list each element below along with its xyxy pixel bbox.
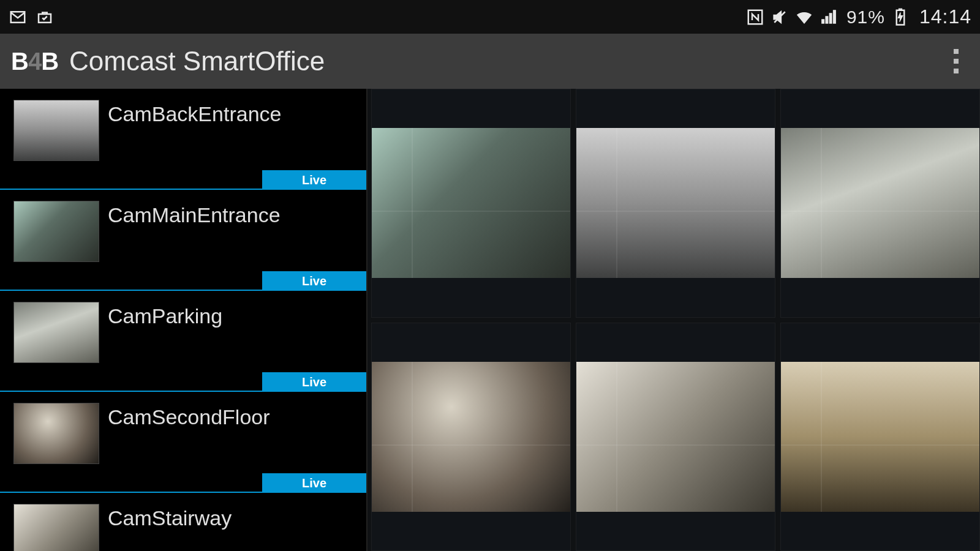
mail-icon bbox=[9, 8, 27, 26]
camera-list: CamBackEntranceLiveCamMainEntranceLiveCa… bbox=[0, 89, 366, 551]
camera-feed bbox=[576, 362, 775, 512]
camera-tile[interactable] bbox=[780, 89, 980, 318]
overflow-dot-icon bbox=[954, 69, 959, 73]
camera-sidebar[interactable]: CamBackEntranceLiveCamMainEntranceLiveCa… bbox=[0, 89, 368, 551]
signal-icon bbox=[820, 8, 838, 26]
camera-list-item[interactable]: CamBackEntranceLive bbox=[0, 89, 366, 190]
camera-grid bbox=[368, 89, 980, 551]
camera-name: CamSecondFloor bbox=[108, 405, 270, 429]
live-badge[interactable]: Live bbox=[262, 271, 366, 291]
live-badge[interactable]: Live bbox=[262, 170, 366, 190]
overflow-dot-icon bbox=[954, 49, 959, 54]
camera-tile[interactable] bbox=[371, 89, 571, 318]
status-right: 91% 14:14 bbox=[746, 6, 971, 28]
logo-part-b1: B bbox=[11, 48, 28, 75]
briefcase-check-icon bbox=[36, 8, 54, 26]
overflow-menu-button[interactable] bbox=[941, 34, 971, 89]
camera-list-item[interactable]: CamMainEntranceLive bbox=[0, 190, 366, 291]
camera-tile[interactable] bbox=[576, 323, 775, 552]
camera-feed bbox=[372, 362, 570, 512]
logo-part-b2: B bbox=[41, 48, 58, 75]
camera-thumbnail bbox=[13, 100, 99, 161]
wifi-icon bbox=[795, 8, 813, 26]
camera-feed bbox=[576, 128, 775, 278]
camera-tile[interactable] bbox=[576, 89, 775, 318]
svg-rect-2 bbox=[899, 9, 902, 10]
logo-part-4: 4 bbox=[28, 48, 41, 75]
camera-name: CamMainEntrance bbox=[108, 203, 281, 227]
camera-tile[interactable] bbox=[371, 323, 571, 552]
camera-list-item[interactable]: CamParkingLive bbox=[0, 291, 366, 392]
mute-icon bbox=[771, 8, 789, 26]
clock: 14:14 bbox=[919, 6, 971, 28]
camera-feed bbox=[781, 128, 979, 278]
camera-thumbnail bbox=[13, 504, 99, 551]
app-bar: B4B Comcast SmartOffice bbox=[0, 34, 980, 89]
live-badge[interactable]: Live bbox=[262, 473, 366, 493]
content: CamBackEntranceLiveCamMainEntranceLiveCa… bbox=[0, 89, 980, 551]
camera-list-item[interactable]: CamSecondFloorLive bbox=[0, 392, 366, 493]
battery-charging-icon bbox=[891, 8, 910, 26]
app-title: Comcast SmartOffice bbox=[69, 46, 325, 77]
nfc-icon bbox=[746, 8, 764, 26]
status-bar: 91% 14:14 bbox=[0, 0, 980, 34]
camera-list-item[interactable]: CamStairway bbox=[0, 493, 366, 551]
battery-percent: 91% bbox=[846, 7, 885, 28]
status-left bbox=[9, 8, 54, 26]
camera-thumbnail bbox=[13, 403, 99, 464]
camera-tile[interactable] bbox=[780, 323, 980, 552]
camera-feed bbox=[781, 362, 979, 512]
overflow-dot-icon bbox=[954, 59, 959, 64]
camera-feed bbox=[372, 128, 570, 278]
screen: 91% 14:14 B4B Comcast SmartOffice CamBac… bbox=[0, 0, 980, 551]
app-logo: B4B bbox=[11, 48, 58, 75]
camera-name: CamParking bbox=[108, 304, 222, 328]
camera-thumbnail bbox=[13, 302, 99, 363]
camera-thumbnail bbox=[13, 201, 99, 262]
camera-name: CamStairway bbox=[108, 506, 232, 530]
live-badge[interactable]: Live bbox=[262, 372, 366, 392]
camera-name: CamBackEntrance bbox=[108, 102, 281, 126]
